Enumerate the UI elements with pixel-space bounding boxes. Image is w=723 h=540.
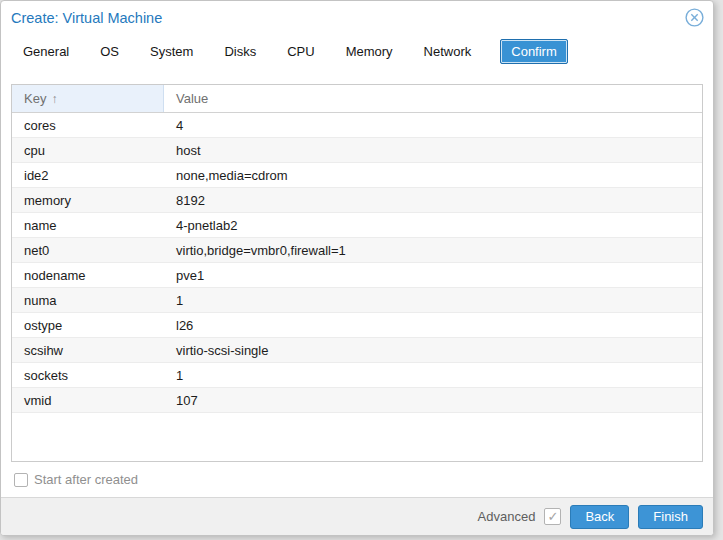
table-row[interactable]: numa 1 <box>12 288 702 313</box>
row-key: scsihw <box>12 343 164 358</box>
finish-button[interactable]: Finish <box>638 505 703 529</box>
row-value: 4 <box>164 118 702 133</box>
row-key: cores <box>12 118 164 133</box>
row-key: memory <box>12 193 164 208</box>
create-vm-dialog: Create: Virtual Machine General OS Syste… <box>0 0 714 536</box>
table-row[interactable]: ostype l26 <box>12 313 702 338</box>
tab-cpu[interactable]: CPU <box>285 39 316 64</box>
table-row[interactable]: cores 4 <box>12 113 702 138</box>
column-header-value[interactable]: Value <box>164 85 702 112</box>
row-key: numa <box>12 293 164 308</box>
table-row[interactable]: scsihw virtio-scsi-single <box>12 338 702 363</box>
row-value: 1 <box>164 368 702 383</box>
tab-memory[interactable]: Memory <box>344 39 395 64</box>
tab-confirm[interactable]: Confirm <box>500 39 568 64</box>
tab-network[interactable]: Network <box>422 39 474 64</box>
dialog-title: Create: Virtual Machine <box>11 10 162 26</box>
row-key: ostype <box>12 318 164 333</box>
row-value: host <box>164 143 702 158</box>
row-value: l26 <box>164 318 702 333</box>
dialog-header: Create: Virtual Machine <box>1 1 713 32</box>
sort-asc-icon: ↑ <box>51 92 57 106</box>
back-button[interactable]: Back <box>570 505 629 529</box>
row-value: 4-pnetlab2 <box>164 218 702 233</box>
row-value: pve1 <box>164 268 702 283</box>
column-header-key[interactable]: Key ↑ <box>12 85 164 112</box>
tab-os[interactable]: OS <box>98 39 121 64</box>
start-after-created-option: Start after created <box>14 472 703 487</box>
row-key: vmid <box>12 393 164 408</box>
row-value: 1 <box>164 293 702 308</box>
row-key: ide2 <box>12 168 164 183</box>
dialog-footer: Advanced ✓ Back Finish <box>1 497 713 535</box>
row-value: virtio,bridge=vmbr0,firewall=1 <box>164 243 702 258</box>
tab-disks[interactable]: Disks <box>222 39 258 64</box>
start-after-created-label: Start after created <box>34 472 138 487</box>
row-value: none,media=cdrom <box>164 168 702 183</box>
tab-bar: General OS System Disks CPU Memory Netwo… <box>1 32 713 71</box>
row-key: net0 <box>12 243 164 258</box>
table-row[interactable]: sockets 1 <box>12 363 702 388</box>
start-after-created-checkbox[interactable] <box>14 473 28 487</box>
close-icon[interactable] <box>685 8 704 27</box>
row-key: nodename <box>12 268 164 283</box>
row-key: cpu <box>12 143 164 158</box>
settings-table: Key ↑ Value cores 4 cpu host ide2 none,m… <box>11 84 703 462</box>
table-row[interactable]: name 4-pnetlab2 <box>12 213 702 238</box>
value-column-label: Value <box>176 91 208 106</box>
table-row[interactable]: ide2 none,media=cdrom <box>12 163 702 188</box>
table-header: Key ↑ Value <box>12 85 702 113</box>
row-key: sockets <box>12 368 164 383</box>
table-row[interactable]: cpu host <box>12 138 702 163</box>
tab-general[interactable]: General <box>21 39 71 64</box>
row-value: 8192 <box>164 193 702 208</box>
row-value: virtio-scsi-single <box>164 343 702 358</box>
table-row[interactable]: nodename pve1 <box>12 263 702 288</box>
row-key: name <box>12 218 164 233</box>
table-row[interactable]: vmid 107 <box>12 388 702 413</box>
row-value: 107 <box>164 393 702 408</box>
confirm-panel: Key ↑ Value cores 4 cpu host ide2 none,m… <box>1 71 713 487</box>
key-column-label: Key <box>24 91 46 106</box>
table-row[interactable]: memory 8192 <box>12 188 702 213</box>
tab-system[interactable]: System <box>148 39 195 64</box>
advanced-label: Advanced <box>478 509 536 524</box>
table-row[interactable]: net0 virtio,bridge=vmbr0,firewall=1 <box>12 238 702 263</box>
advanced-checkbox[interactable]: ✓ <box>544 508 561 525</box>
